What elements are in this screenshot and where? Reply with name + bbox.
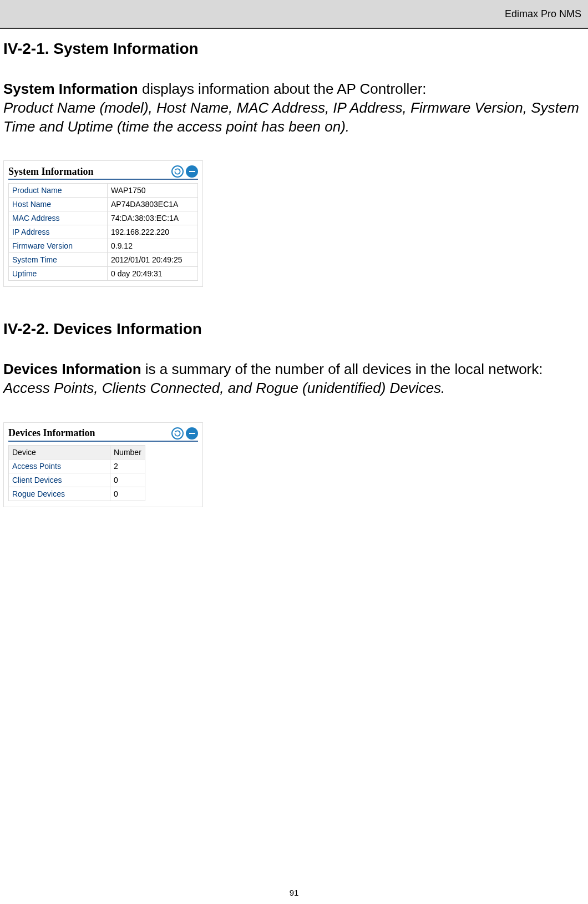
row-value: 0 day 20:49:31 [108,267,198,281]
row-value: 192.168.222.220 [108,225,198,239]
devinfo-intro-bold: Devices Information [3,361,141,377]
row-label: Product Name [9,184,108,198]
table-row: System Time 2012/01/01 20:49:25 [9,253,198,267]
sysinfo-intro-bold: System Information [3,80,138,97]
row-value: 74:DA:38:03:EC:1A [108,211,198,225]
table-header-row: Device Number [9,445,145,459]
table-row: MAC Address 74:DA:38:03:EC:1A [9,211,198,225]
widget-icons [171,427,198,440]
refresh-icon[interactable] [171,165,184,178]
devinfo-intro-italic: Access Points, Clients Connected, and Ro… [3,380,445,396]
devinfo-paragraph: Devices Information is a summary of the … [3,360,585,398]
header-title: Edimax Pro NMS [505,8,581,20]
row-label: Client Devices [9,473,110,487]
table-row: Access Points 2 [9,459,145,473]
row-value: 2 [110,459,145,473]
system-information-widget: System Information Product Name WAP [3,160,203,287]
row-value: WAP1750 [108,184,198,198]
widget-title: Devices Information [8,427,95,439]
minimize-icon[interactable] [186,165,198,178]
row-label: MAC Address [9,211,108,225]
devinfo-intro-plain: is a summary of the number of all device… [141,361,543,377]
minimize-icon[interactable] [186,427,198,440]
widget-icons [171,165,198,178]
row-label: Host Name [9,198,108,211]
row-label: System Time [9,253,108,267]
document-header: Edimax Pro NMS [0,0,588,29]
row-label: Access Points [9,459,110,473]
page-number: 91 [0,888,588,897]
row-value: 0 [110,487,145,501]
system-information-table: Product Name WAP1750 Host Name AP74DA380… [8,183,198,281]
row-value: 0.9.12 [108,239,198,253]
refresh-icon[interactable] [171,427,184,440]
row-value: AP74DA3803EC1A [108,198,198,211]
header-number: Number [110,445,145,459]
row-label: Firmware Version [9,239,108,253]
widget-title-row: Devices Information [8,427,198,442]
row-label: IP Address [9,225,108,239]
sysinfo-paragraph: System Information displays information … [3,80,585,136]
table-row: Rogue Devices 0 [9,487,145,501]
row-value: 0 [110,473,145,487]
widget-title-row: System Information [8,165,198,180]
section-heading-devinfo: IV-2-2. Devices Information [3,320,585,338]
table-row: Firmware Version 0.9.12 [9,239,198,253]
row-value: 2012/01/01 20:49:25 [108,253,198,267]
row-label: Uptime [9,267,108,281]
sysinfo-intro-italic: Product Name (model), Host Name, MAC Add… [3,99,579,135]
row-label: Rogue Devices [9,487,110,501]
table-row: Product Name WAP1750 [9,184,198,198]
table-row: Host Name AP74DA3803EC1A [9,198,198,211]
widget-title: System Information [8,166,94,178]
devices-information-widget: Devices Information Device Number [3,422,203,507]
table-row: IP Address 192.168.222.220 [9,225,198,239]
table-row: Client Devices 0 [9,473,145,487]
table-row: Uptime 0 day 20:49:31 [9,267,198,281]
header-device: Device [9,445,110,459]
section-heading-sysinfo: IV-2-1. System Information [3,40,585,58]
devices-information-table: Device Number Access Points 2 Client Dev… [8,445,145,501]
sysinfo-intro-plain: displays information about the AP Contro… [138,80,427,97]
